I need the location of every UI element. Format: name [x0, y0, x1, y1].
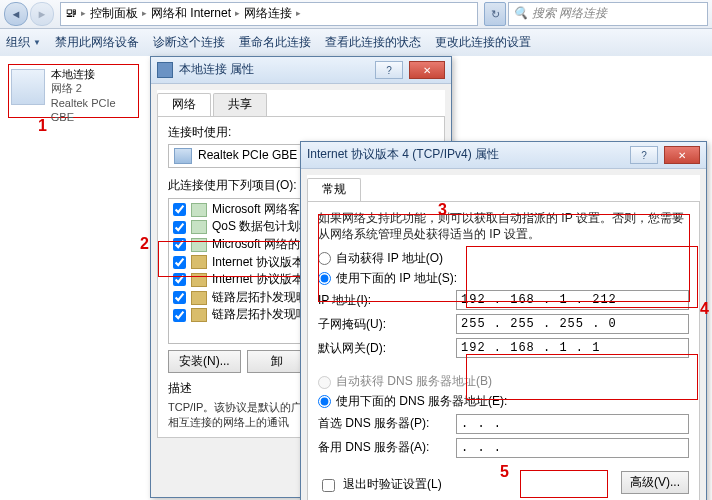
radio-auto-dns: 自动获得 DNS 服务器地址(B) — [318, 374, 689, 390]
dns1-label: 首选 DNS 服务器(P): — [318, 416, 448, 432]
install-button[interactable]: 安装(N)... — [168, 350, 241, 373]
radio-label: 自动获得 DNS 服务器地址(B) — [336, 374, 492, 390]
intro-text: 如果网络支持此功能，则可以获取自动指派的 IP 设置。否则，您需要从网络系统管理… — [318, 210, 689, 244]
ipv6-icon — [191, 255, 207, 269]
radio-label: 使用下面的 DNS 服务器地址(E): — [336, 394, 507, 410]
titlebar[interactable]: Internet 协议版本 4 (TCP/IPv4) 属性 ? ✕ — [301, 142, 706, 169]
close-button[interactable]: ✕ — [409, 61, 445, 79]
toolbar-diagnose[interactable]: 诊断这个连接 — [153, 35, 225, 51]
checkbox[interactable] — [173, 221, 186, 234]
nic-icon — [174, 148, 192, 164]
help-button[interactable]: ? — [630, 146, 658, 164]
checkbox[interactable] — [173, 291, 186, 304]
radio-label: 自动获得 IP 地址(O) — [336, 251, 443, 267]
toolbar-status[interactable]: 查看此连接的状态 — [325, 35, 421, 51]
ipv4-icon — [191, 273, 207, 287]
lltd-icon — [191, 308, 207, 322]
checkbox[interactable] — [173, 256, 186, 269]
annotation-2: 2 — [140, 236, 149, 252]
gateway-label: 默认网关(D): — [318, 341, 448, 357]
tab-network[interactable]: 网络 — [157, 93, 211, 116]
tabstrip: 网络 共享 — [157, 90, 445, 117]
annotation-5: 5 — [500, 464, 509, 480]
connection-item[interactable]: 本地连接 网络 2 Realtek PCIe GBE — [8, 64, 139, 118]
radio[interactable] — [318, 395, 331, 408]
dns1-input[interactable]: . . . — [456, 414, 689, 434]
window-icon — [157, 62, 173, 78]
dns2-label: 备用 DNS 服务器(A): — [318, 440, 448, 456]
radio-use-dns[interactable]: 使用下面的 DNS 服务器地址(E): — [318, 394, 689, 410]
lltd-icon — [191, 291, 207, 305]
advanced-button[interactable]: 高级(V)... — [621, 471, 689, 494]
refresh-button[interactable]: ↻ — [484, 2, 506, 26]
checkbox[interactable] — [173, 203, 186, 216]
annotation-4: 4 — [700, 301, 709, 317]
ipv4-window: Internet 协议版本 4 (TCP/IPv4) 属性 ? ✕ 常规 如果网… — [300, 141, 707, 500]
dns2-input[interactable]: . . . — [456, 438, 689, 458]
uninstall-button[interactable]: 卸 — [247, 350, 307, 373]
radio[interactable] — [318, 252, 331, 265]
item-label: Internet 协议版本 6 — [212, 255, 314, 271]
tab-general[interactable]: 常规 — [307, 178, 361, 201]
toolbar-disable[interactable]: 禁用此网络设备 — [55, 35, 139, 51]
checkbox-label: 退出时验证设置(L) — [343, 477, 442, 493]
connection-name: 本地连接 — [51, 67, 136, 81]
mask-input[interactable]: 255 . 255 . 255 . 0 — [456, 314, 689, 334]
window-title: 本地连接 属性 — [179, 62, 369, 78]
qos-icon — [191, 220, 207, 234]
validate-checkbox-row[interactable]: 退出时验证设置(L) — [318, 476, 621, 495]
ip-label: IP 地址(I): — [318, 293, 448, 309]
computer-icon: 🖳 — [65, 6, 77, 22]
connection-adapter: Realtek PCIe GBE — [51, 96, 136, 125]
toolbar-change[interactable]: 更改此连接的设置 — [435, 35, 531, 51]
close-button[interactable]: ✕ — [664, 146, 700, 164]
connection-network: 网络 2 — [51, 81, 136, 95]
search-placeholder: 搜索 网络连接 — [532, 6, 607, 22]
ip-input[interactable]: 192 . 168 . 1 . 212 — [456, 290, 689, 310]
gateway-input[interactable]: 192 . 168 . 1 . 1 — [456, 338, 689, 358]
nav-back-button[interactable]: ◄ — [4, 2, 28, 26]
tabstrip: 常规 — [307, 175, 700, 202]
radio-label: 使用下面的 IP 地址(S): — [336, 271, 457, 287]
client-icon — [191, 203, 207, 217]
breadcrumb-item[interactable]: 控制面板 — [90, 6, 138, 22]
tab-pane: 如果网络支持此功能，则可以获取自动指派的 IP 设置。否则，您需要从网络系统管理… — [307, 202, 700, 500]
radio-use-ip[interactable]: 使用下面的 IP 地址(S): — [318, 271, 689, 287]
search-icon: 🔍 — [513, 6, 528, 22]
radio-auto-ip[interactable]: 自动获得 IP 地址(O) — [318, 251, 689, 267]
item-label: Internet 协议版本 4 — [212, 272, 314, 288]
radio — [318, 376, 331, 389]
toolbar-rename[interactable]: 重命名此连接 — [239, 35, 311, 51]
content-area: 本地连接 网络 2 Realtek PCIe GBE 1 2 本地连接 属性 ?… — [0, 56, 712, 500]
titlebar[interactable]: 本地连接 属性 ? ✕ — [151, 57, 451, 84]
tab-sharing[interactable]: 共享 — [213, 93, 267, 116]
breadcrumb-item[interactable]: 网络和 Internet — [151, 6, 231, 22]
network-adapter-icon — [11, 69, 45, 105]
checkbox[interactable] — [173, 238, 186, 251]
breadcrumb[interactable]: 🖳▸ 控制面板▸ 网络和 Internet▸ 网络连接▸ — [60, 2, 478, 26]
breadcrumb-item[interactable]: 网络连接 — [244, 6, 292, 22]
chevron-down-icon: ▼ — [33, 38, 41, 48]
connect-using-label: 连接时使用: — [168, 125, 434, 141]
checkbox[interactable] — [322, 479, 335, 492]
radio[interactable] — [318, 272, 331, 285]
checkbox[interactable] — [173, 309, 186, 322]
share-icon — [191, 238, 207, 252]
address-bar: ◄ ► 🖳▸ 控制面板▸ 网络和 Internet▸ 网络连接▸ ↻ 🔍 搜索 … — [0, 0, 712, 29]
window-title: Internet 协议版本 4 (TCP/IPv4) 属性 — [307, 147, 624, 163]
toolbar: 组织 ▼ 禁用此网络设备 诊断这个连接 重命名此连接 查看此连接的状态 更改此连… — [0, 29, 712, 58]
annotation-3: 3 — [438, 202, 447, 218]
annotation-1: 1 — [38, 118, 47, 134]
checkbox[interactable] — [173, 273, 186, 286]
mask-label: 子网掩码(U): — [318, 317, 448, 333]
nav-forward-button: ► — [30, 2, 54, 26]
search-input[interactable]: 🔍 搜索 网络连接 — [508, 2, 708, 26]
toolbar-organize[interactable]: 组织 ▼ — [6, 35, 41, 51]
help-button[interactable]: ? — [375, 61, 403, 79]
